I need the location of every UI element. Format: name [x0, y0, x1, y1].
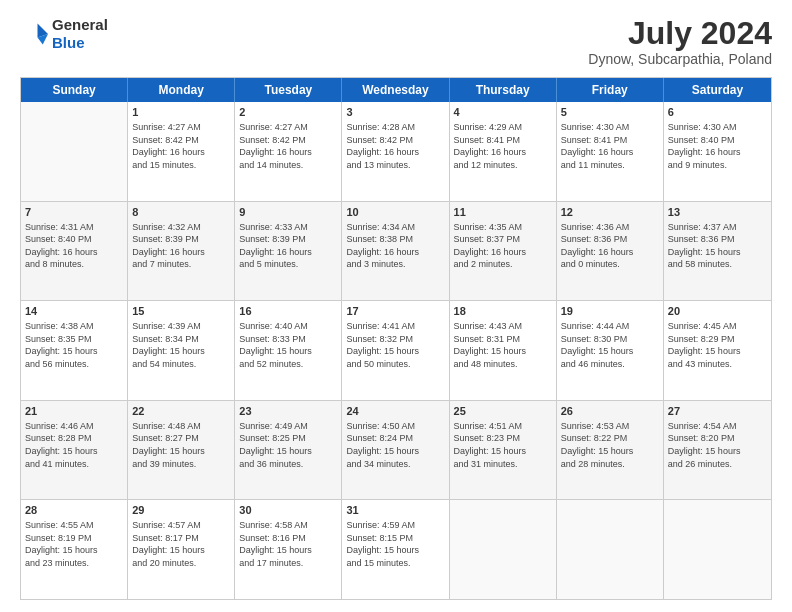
day-info: Sunrise: 4:59 AMSunset: 8:15 PMDaylight:… [346, 519, 444, 569]
day-info: Sunrise: 4:57 AMSunset: 8:17 PMDaylight:… [132, 519, 230, 569]
day-cell-3: 3Sunrise: 4:28 AMSunset: 8:42 PMDaylight… [342, 102, 449, 201]
header-day-tuesday: Tuesday [235, 78, 342, 102]
logo-general-text: General [52, 16, 108, 34]
day-number: 9 [239, 205, 337, 220]
header-day-saturday: Saturday [664, 78, 771, 102]
logo: General Blue [20, 16, 108, 52]
day-cell-17: 17Sunrise: 4:41 AMSunset: 8:32 PMDayligh… [342, 301, 449, 400]
header-day-monday: Monday [128, 78, 235, 102]
day-cell-22: 22Sunrise: 4:48 AMSunset: 8:27 PMDayligh… [128, 401, 235, 500]
day-info: Sunrise: 4:46 AMSunset: 8:28 PMDaylight:… [25, 420, 123, 470]
day-number: 23 [239, 404, 337, 419]
day-info: Sunrise: 4:41 AMSunset: 8:32 PMDaylight:… [346, 320, 444, 370]
day-info: Sunrise: 4:55 AMSunset: 8:19 PMDaylight:… [25, 519, 123, 569]
empty-cell-4-5 [557, 500, 664, 599]
day-number: 26 [561, 404, 659, 419]
day-number: 30 [239, 503, 337, 518]
calendar: SundayMondayTuesdayWednesdayThursdayFrid… [20, 77, 772, 600]
header-day-friday: Friday [557, 78, 664, 102]
day-cell-24: 24Sunrise: 4:50 AMSunset: 8:24 PMDayligh… [342, 401, 449, 500]
header-day-wednesday: Wednesday [342, 78, 449, 102]
day-cell-4: 4Sunrise: 4:29 AMSunset: 8:41 PMDaylight… [450, 102, 557, 201]
day-info: Sunrise: 4:35 AMSunset: 8:37 PMDaylight:… [454, 221, 552, 271]
calendar-row-2: 14Sunrise: 4:38 AMSunset: 8:35 PMDayligh… [21, 300, 771, 400]
day-info: Sunrise: 4:54 AMSunset: 8:20 PMDaylight:… [668, 420, 767, 470]
day-info: Sunrise: 4:34 AMSunset: 8:38 PMDaylight:… [346, 221, 444, 271]
day-cell-14: 14Sunrise: 4:38 AMSunset: 8:35 PMDayligh… [21, 301, 128, 400]
day-number: 22 [132, 404, 230, 419]
day-info: Sunrise: 4:50 AMSunset: 8:24 PMDaylight:… [346, 420, 444, 470]
day-number: 24 [346, 404, 444, 419]
header-day-sunday: Sunday [21, 78, 128, 102]
day-info: Sunrise: 4:30 AMSunset: 8:40 PMDaylight:… [668, 121, 767, 171]
calendar-header: SundayMondayTuesdayWednesdayThursdayFrid… [21, 78, 771, 102]
day-number: 12 [561, 205, 659, 220]
day-number: 21 [25, 404, 123, 419]
calendar-row-1: 7Sunrise: 4:31 AMSunset: 8:40 PMDaylight… [21, 201, 771, 301]
day-number: 6 [668, 105, 767, 120]
day-info: Sunrise: 4:32 AMSunset: 8:39 PMDaylight:… [132, 221, 230, 271]
title-block: July 2024 Dynow, Subcarpathia, Poland [588, 16, 772, 67]
day-cell-2: 2Sunrise: 4:27 AMSunset: 8:42 PMDaylight… [235, 102, 342, 201]
day-number: 29 [132, 503, 230, 518]
day-cell-31: 31Sunrise: 4:59 AMSunset: 8:15 PMDayligh… [342, 500, 449, 599]
day-cell-27: 27Sunrise: 4:54 AMSunset: 8:20 PMDayligh… [664, 401, 771, 500]
day-cell-25: 25Sunrise: 4:51 AMSunset: 8:23 PMDayligh… [450, 401, 557, 500]
day-cell-19: 19Sunrise: 4:44 AMSunset: 8:30 PMDayligh… [557, 301, 664, 400]
day-info: Sunrise: 4:53 AMSunset: 8:22 PMDaylight:… [561, 420, 659, 470]
day-number: 3 [346, 105, 444, 120]
day-info: Sunrise: 4:31 AMSunset: 8:40 PMDaylight:… [25, 221, 123, 271]
day-number: 18 [454, 304, 552, 319]
calendar-row-3: 21Sunrise: 4:46 AMSunset: 8:28 PMDayligh… [21, 400, 771, 500]
day-number: 17 [346, 304, 444, 319]
day-cell-29: 29Sunrise: 4:57 AMSunset: 8:17 PMDayligh… [128, 500, 235, 599]
day-info: Sunrise: 4:43 AMSunset: 8:31 PMDaylight:… [454, 320, 552, 370]
day-info: Sunrise: 4:48 AMSunset: 8:27 PMDaylight:… [132, 420, 230, 470]
day-info: Sunrise: 4:27 AMSunset: 8:42 PMDaylight:… [239, 121, 337, 171]
logo-icon [20, 20, 48, 48]
day-number: 20 [668, 304, 767, 319]
day-number: 16 [239, 304, 337, 319]
header: General Blue July 2024 Dynow, Subcarpath… [20, 16, 772, 67]
day-cell-7: 7Sunrise: 4:31 AMSunset: 8:40 PMDaylight… [21, 202, 128, 301]
day-number: 1 [132, 105, 230, 120]
day-number: 8 [132, 205, 230, 220]
day-cell-1: 1Sunrise: 4:27 AMSunset: 8:42 PMDaylight… [128, 102, 235, 201]
day-cell-20: 20Sunrise: 4:45 AMSunset: 8:29 PMDayligh… [664, 301, 771, 400]
calendar-row-4: 28Sunrise: 4:55 AMSunset: 8:19 PMDayligh… [21, 499, 771, 599]
day-info: Sunrise: 4:38 AMSunset: 8:35 PMDaylight:… [25, 320, 123, 370]
day-cell-16: 16Sunrise: 4:40 AMSunset: 8:33 PMDayligh… [235, 301, 342, 400]
empty-cell-4-4 [450, 500, 557, 599]
day-cell-11: 11Sunrise: 4:35 AMSunset: 8:37 PMDayligh… [450, 202, 557, 301]
day-number: 25 [454, 404, 552, 419]
logo-blue-text: Blue [52, 34, 108, 52]
day-number: 10 [346, 205, 444, 220]
day-info: Sunrise: 4:33 AMSunset: 8:39 PMDaylight:… [239, 221, 337, 271]
day-cell-21: 21Sunrise: 4:46 AMSunset: 8:28 PMDayligh… [21, 401, 128, 500]
day-info: Sunrise: 4:58 AMSunset: 8:16 PMDaylight:… [239, 519, 337, 569]
empty-cell-0-0 [21, 102, 128, 201]
day-cell-6: 6Sunrise: 4:30 AMSunset: 8:40 PMDaylight… [664, 102, 771, 201]
page: General Blue July 2024 Dynow, Subcarpath… [0, 0, 792, 612]
day-cell-9: 9Sunrise: 4:33 AMSunset: 8:39 PMDaylight… [235, 202, 342, 301]
day-info: Sunrise: 4:29 AMSunset: 8:41 PMDaylight:… [454, 121, 552, 171]
day-cell-5: 5Sunrise: 4:30 AMSunset: 8:41 PMDaylight… [557, 102, 664, 201]
day-info: Sunrise: 4:28 AMSunset: 8:42 PMDaylight:… [346, 121, 444, 171]
day-cell-13: 13Sunrise: 4:37 AMSunset: 8:36 PMDayligh… [664, 202, 771, 301]
header-day-thursday: Thursday [450, 78, 557, 102]
day-cell-23: 23Sunrise: 4:49 AMSunset: 8:25 PMDayligh… [235, 401, 342, 500]
day-number: 15 [132, 304, 230, 319]
day-cell-15: 15Sunrise: 4:39 AMSunset: 8:34 PMDayligh… [128, 301, 235, 400]
location-subtitle: Dynow, Subcarpathia, Poland [588, 51, 772, 67]
day-info: Sunrise: 4:45 AMSunset: 8:29 PMDaylight:… [668, 320, 767, 370]
day-number: 19 [561, 304, 659, 319]
day-info: Sunrise: 4:27 AMSunset: 8:42 PMDaylight:… [132, 121, 230, 171]
day-cell-8: 8Sunrise: 4:32 AMSunset: 8:39 PMDaylight… [128, 202, 235, 301]
day-number: 11 [454, 205, 552, 220]
day-cell-30: 30Sunrise: 4:58 AMSunset: 8:16 PMDayligh… [235, 500, 342, 599]
day-cell-12: 12Sunrise: 4:36 AMSunset: 8:36 PMDayligh… [557, 202, 664, 301]
day-number: 28 [25, 503, 123, 518]
day-number: 27 [668, 404, 767, 419]
month-title: July 2024 [588, 16, 772, 51]
day-info: Sunrise: 4:30 AMSunset: 8:41 PMDaylight:… [561, 121, 659, 171]
